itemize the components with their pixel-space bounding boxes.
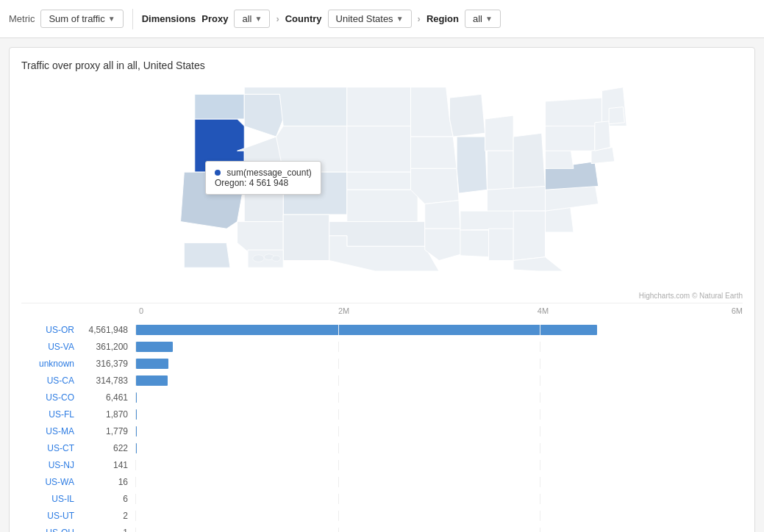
washington-state[interactable] bbox=[194, 94, 243, 119]
row-label[interactable]: US-OH bbox=[21, 528, 80, 532]
kentucky-state[interactable] bbox=[487, 186, 546, 213]
axis-label-6m: 6M bbox=[732, 306, 743, 315]
region-dropdown[interactable]: all ▼ bbox=[465, 10, 501, 28]
indiana-state[interactable] bbox=[487, 151, 513, 190]
bar bbox=[136, 359, 168, 369]
chart-row: unknown316,379 bbox=[21, 356, 743, 371]
ohio-state[interactable] bbox=[513, 133, 545, 190]
alaska-state[interactable] bbox=[184, 242, 230, 267]
row-label[interactable]: US-UT bbox=[21, 511, 80, 521]
row-value: 16 bbox=[80, 477, 135, 487]
row-label[interactable]: US-VA bbox=[21, 342, 80, 352]
chart-row: US-OH1 bbox=[21, 525, 743, 532]
grid-line bbox=[540, 342, 540, 352]
iowa-state[interactable] bbox=[410, 137, 457, 168]
idaho-state[interactable] bbox=[244, 94, 283, 137]
row-value: 316,379 bbox=[80, 359, 135, 369]
country-dropdown-arrow: ▼ bbox=[396, 15, 404, 23]
grid-line bbox=[540, 375, 540, 386]
nebraska-state[interactable] bbox=[346, 172, 417, 190]
row-label[interactable]: US-OR bbox=[21, 325, 80, 335]
bar-area bbox=[135, 409, 743, 420]
svg-point-0 bbox=[252, 255, 263, 262]
illinois-state[interactable] bbox=[457, 137, 487, 193]
minnesota-state[interactable] bbox=[410, 87, 453, 137]
grid-line bbox=[540, 426, 540, 436]
dimensions-label: Dimensions bbox=[142, 13, 196, 24]
grid-line bbox=[540, 460, 540, 470]
pennsylvania-state[interactable] bbox=[545, 123, 594, 151]
row-value: 6 bbox=[80, 494, 135, 504]
south-dakota-state[interactable] bbox=[346, 126, 410, 173]
row-value: 4,561,948 bbox=[80, 325, 135, 335]
row-label[interactable]: US-CT bbox=[21, 443, 80, 453]
metric-value: Sum of traffic bbox=[49, 13, 104, 24]
grid-line bbox=[540, 443, 540, 453]
row-label[interactable]: US-IL bbox=[21, 494, 80, 504]
grid-line bbox=[338, 477, 339, 487]
proxy-dropdown[interactable]: all ▼ bbox=[234, 10, 270, 28]
grid-line bbox=[338, 443, 339, 453]
grid-line bbox=[338, 375, 339, 386]
utah-state[interactable] bbox=[244, 183, 283, 222]
grid-line bbox=[338, 409, 339, 420]
bar-area bbox=[135, 443, 743, 453]
grid-line bbox=[338, 460, 339, 470]
arkansas-state[interactable] bbox=[424, 201, 460, 229]
grid-line bbox=[338, 359, 339, 369]
bar-area bbox=[135, 325, 743, 335]
metric-label: Metric bbox=[9, 13, 35, 24]
axis-label-0: 0 bbox=[139, 306, 143, 315]
north-dakota-state[interactable] bbox=[346, 87, 410, 126]
louisiana-state[interactable] bbox=[424, 229, 463, 260]
chevron-icon-2: › bbox=[418, 13, 421, 24]
new-mexico-state[interactable] bbox=[283, 215, 329, 261]
bar-area bbox=[135, 392, 743, 403]
bar bbox=[136, 392, 137, 403]
mississippi-state[interactable] bbox=[460, 230, 489, 257]
proxy-value: all bbox=[242, 13, 251, 24]
grid-line bbox=[540, 477, 540, 487]
row-label[interactable]: unknown bbox=[21, 359, 80, 369]
bar-area bbox=[135, 375, 743, 386]
bar-area bbox=[135, 477, 743, 487]
new-york-state[interactable] bbox=[545, 98, 605, 126]
row-label[interactable]: US-CO bbox=[21, 392, 80, 403]
row-label[interactable]: US-WA bbox=[21, 477, 80, 487]
row-value: 1,870 bbox=[80, 409, 135, 420]
michigan-state[interactable] bbox=[485, 115, 513, 151]
region-value: all bbox=[473, 13, 482, 24]
row-label[interactable]: US-CA bbox=[21, 375, 80, 386]
chart-row: US-NJ141 bbox=[21, 458, 743, 472]
grid-line bbox=[540, 494, 540, 504]
country-dropdown[interactable]: United States ▼ bbox=[328, 10, 412, 28]
kansas-state[interactable] bbox=[346, 190, 417, 221]
bar-area bbox=[135, 426, 743, 436]
axis-label-2m: 2M bbox=[338, 306, 349, 315]
connecticut-state[interactable] bbox=[609, 107, 624, 124]
chart-row: US-WA16 bbox=[21, 475, 743, 489]
georgia-state[interactable] bbox=[513, 211, 545, 260]
wyoming-state[interactable] bbox=[276, 126, 346, 173]
svg-point-2 bbox=[271, 256, 280, 262]
row-value: 1,779 bbox=[80, 426, 135, 436]
california-state[interactable] bbox=[180, 172, 244, 229]
wisconsin-state[interactable] bbox=[449, 94, 485, 137]
colorado-state[interactable] bbox=[283, 172, 347, 215]
grid-line bbox=[338, 511, 339, 521]
country-value: United States bbox=[336, 13, 393, 24]
alabama-state[interactable] bbox=[488, 229, 513, 260]
new-jersey-state[interactable] bbox=[594, 121, 610, 151]
chart-row: US-CA314,783 bbox=[21, 373, 743, 388]
metric-dropdown[interactable]: Sum of traffic ▼ bbox=[40, 10, 123, 28]
row-label[interactable]: US-FL bbox=[21, 409, 80, 420]
proxy-label: Proxy bbox=[201, 13, 228, 24]
grid-line bbox=[540, 392, 540, 403]
row-value: 1 bbox=[80, 528, 135, 532]
oregon-state[interactable] bbox=[194, 119, 243, 172]
row-label[interactable]: US-NJ bbox=[21, 460, 80, 470]
row-label[interactable]: US-MA bbox=[21, 426, 80, 436]
chart-row: US-VA361,200 bbox=[21, 339, 743, 354]
chart-row: US-CT622 bbox=[21, 441, 743, 456]
region-label: Region bbox=[426, 13, 459, 24]
